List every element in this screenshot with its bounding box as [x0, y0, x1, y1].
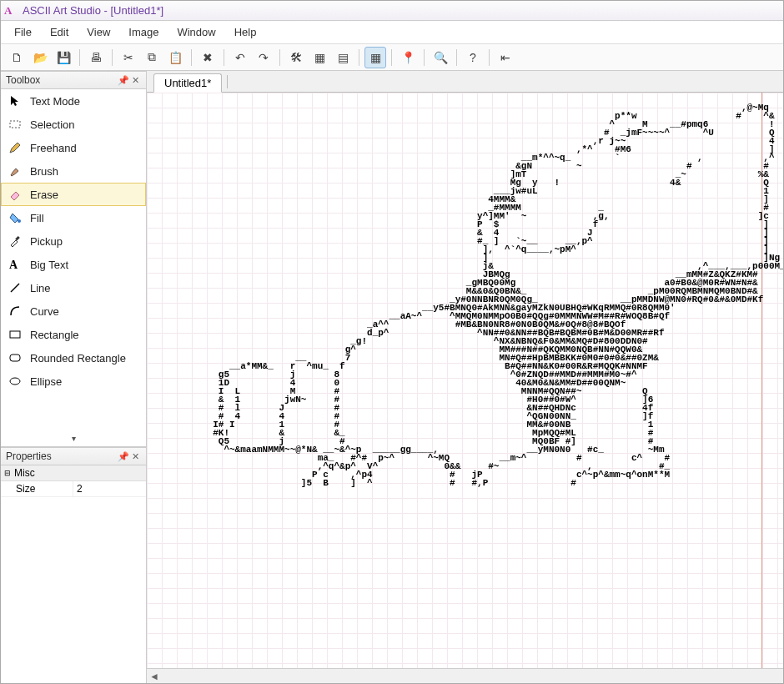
copy-icon[interactable]: ⧉ — [141, 47, 163, 68]
exit-icon[interactable]: ⇤ — [495, 47, 516, 68]
document-tabs: Untitled1* — [147, 71, 783, 93]
tools-icon[interactable]: 🛠 — [285, 47, 307, 68]
text-mode-tool[interactable]: Text Mode — [1, 89, 146, 113]
curve-tool[interactable]: Curve — [1, 299, 146, 323]
cut-icon[interactable]: ✂ — [118, 47, 139, 68]
svg-rect-0 — [10, 121, 20, 128]
properties-section-label: Misc — [14, 467, 35, 479]
ellipse-tool[interactable]: Ellipse — [1, 370, 146, 393]
scroll-left-icon[interactable]: ◄ — [147, 671, 162, 682]
menu-view[interactable]: View — [78, 23, 118, 42]
toolbar-separator — [112, 49, 113, 66]
menu-help[interactable]: Help — [226, 23, 265, 42]
window-title: ASCII Art Studio - [Untitled1*] — [23, 4, 163, 17]
svg-line-4 — [11, 284, 19, 292]
cursor-icon — [8, 94, 22, 108]
document-tab[interactable]: Untitled1* — [153, 73, 222, 93]
eyedropper-icon — [8, 234, 22, 248]
selection-icon — [8, 118, 22, 131]
big-text-icon: A — [8, 258, 22, 271]
brush-tool[interactable]: Brush — [1, 159, 146, 183]
options-icon[interactable]: ▤ — [332, 47, 354, 68]
freehand-tool[interactable]: Freehand — [1, 136, 146, 159]
toolbox-title: Toolbox — [6, 74, 40, 86]
undo-icon[interactable]: ↶ — [229, 47, 251, 68]
rounded-rectangle-tool[interactable]: Rounded Rectangle — [1, 346, 146, 370]
pin-icon[interactable]: 📌 — [118, 451, 129, 462]
property-row[interactable]: Size2 — [1, 481, 146, 497]
toolbar-separator — [359, 49, 359, 66]
svg-text:A: A — [9, 259, 18, 271]
open-icon[interactable]: 📂 — [29, 47, 51, 68]
rectangle-icon — [8, 328, 22, 341]
canvas[interactable]: ,@~Mq p**w # ^& — [147, 93, 783, 683]
fill-icon — [8, 211, 22, 224]
grid-icon[interactable]: ▦ — [364, 47, 386, 68]
ellipse-icon — [8, 375, 22, 388]
menu-window[interactable]: Window — [168, 23, 224, 42]
menu-image[interactable]: Image — [120, 23, 167, 42]
collapse-icon[interactable]: ⊟ — [4, 469, 11, 477]
toolbar-separator — [424, 49, 425, 66]
svg-rect-5 — [10, 331, 20, 338]
menubar: FileEditViewImageWindowHelp — [1, 21, 783, 44]
app-logo-icon: A — [4, 4, 18, 18]
properties-header: Properties 📌 ✕ — [1, 447, 146, 465]
toolbox-header: Toolbox 📌 ✕ — [1, 71, 146, 89]
toolbox-item-label: Rounded Rectangle — [30, 352, 126, 365]
toolbox-more-icon[interactable]: ▾ — [1, 430, 146, 446]
toolbox-item-label: Curve — [30, 305, 59, 318]
new-icon[interactable]: 🗋 — [6, 47, 28, 68]
fill-tool[interactable]: Fill — [1, 206, 146, 229]
svg-point-1 — [18, 219, 21, 223]
toolbox-item-label: Rectangle — [30, 329, 79, 341]
curve-icon — [8, 304, 22, 318]
eraser-icon — [8, 188, 22, 201]
horizontal-scrollbar[interactable]: ◄ — [147, 668, 783, 683]
tab-caret — [227, 75, 228, 88]
toolbar-separator — [391, 49, 392, 66]
pickup-tool[interactable]: Pickup — [1, 229, 146, 253]
property-value[interactable]: 2 — [73, 481, 146, 496]
properties-section[interactable]: ⊟ Misc — [1, 465, 146, 481]
redo-icon[interactable]: ↷ — [253, 47, 274, 68]
toolbox-list: Text ModeSelectionFreehandBrushEraseFill… — [1, 89, 146, 430]
close-icon[interactable]: ✕ — [129, 451, 141, 462]
help-icon[interactable]: ? — [462, 47, 484, 68]
menu-edit[interactable]: Edit — [42, 23, 77, 42]
print-icon[interactable]: 🖶 — [85, 47, 107, 68]
svg-rect-6 — [10, 355, 20, 361]
properties-grid: ⊟ Misc Size2 — [1, 465, 146, 683]
delete-icon[interactable]: ✖ — [197, 47, 219, 68]
brush-icon — [8, 164, 22, 178]
property-name: Size — [1, 481, 73, 496]
selection-tool[interactable]: Selection — [1, 113, 146, 136]
big-text-tool[interactable]: ABig Text — [1, 253, 146, 276]
ascii-content: ,@~Mq p**w # ^& — [147, 102, 783, 487]
close-icon[interactable]: ✕ — [129, 75, 141, 86]
rectangle-tool[interactable]: Rectangle — [1, 323, 146, 346]
toolbox-item-label: Text Mode — [30, 95, 80, 108]
toolbar-separator — [489, 49, 490, 66]
menu-file[interactable]: File — [6, 23, 40, 42]
toolbox-item-label: Line — [30, 282, 51, 294]
zoom-icon[interactable]: 🔍 — [430, 47, 451, 68]
toolbox-item-label: Brush — [30, 165, 58, 178]
paste-icon[interactable]: 📋 — [164, 47, 186, 68]
save-icon[interactable]: 💾 — [53, 47, 74, 68]
pencil-icon — [8, 141, 22, 154]
rounded-rectangle-icon — [8, 351, 22, 365]
toolbar-separator — [191, 49, 192, 66]
toolbar-separator — [279, 49, 280, 66]
main-toolbar: 🗋📂💾🖶✂⧉📋✖↶↷🛠▦▤▦📍🔍?⇤ — [1, 44, 783, 71]
layers-icon[interactable]: ▦ — [309, 47, 330, 68]
toolbox-item-label: Pickup — [30, 235, 63, 248]
pin-icon[interactable]: 📌 — [118, 75, 129, 86]
toolbox-item-label: Selection — [30, 118, 74, 131]
toolbar-separator — [79, 49, 80, 66]
line-tool[interactable]: Line — [1, 276, 146, 299]
toolbar-separator — [224, 49, 224, 66]
erase-tool[interactable]: Erase — [1, 183, 146, 206]
toolbox-item-label: Big Text — [30, 259, 68, 271]
pin-icon[interactable]: 📍 — [397, 47, 419, 68]
